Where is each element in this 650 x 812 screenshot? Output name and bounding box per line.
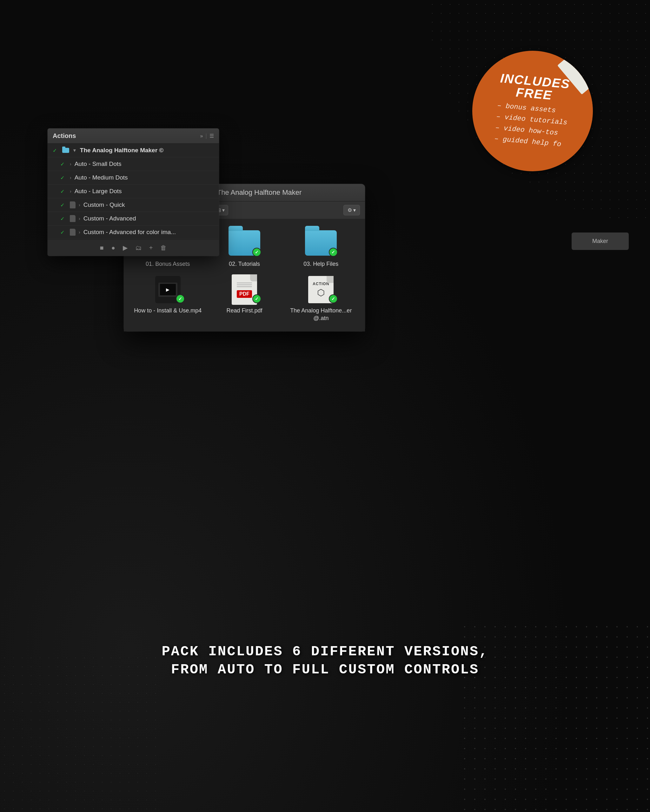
pdf-lines: [237, 282, 252, 287]
file-item-action[interactable]: ACTION ⬡ ✓ The Analog Halftone...er @.at…: [287, 275, 355, 322]
check-badge-1: ✓: [252, 248, 261, 256]
actions-controls: » | ☰: [200, 133, 214, 139]
check-badge-action: ✓: [329, 295, 338, 303]
chevron-down-icon: ▼: [72, 148, 77, 153]
chevron-right-icon-1: ›: [70, 175, 72, 180]
actions-footer: ■ ● ▶ 🗂 + 🗑: [47, 239, 219, 256]
gear-button[interactable]: ⚙ ▾: [343, 205, 360, 215]
action-check-5: ✓: [60, 229, 67, 235]
stop-button[interactable]: ■: [100, 244, 104, 252]
action-doc-mini-icon-3: [70, 201, 75, 208]
actions-header: Actions » | ☰: [47, 128, 219, 144]
pdf-line-1: [237, 284, 252, 285]
action-item-3[interactable]: ✓ › Custom - Quick: [47, 198, 219, 212]
video-icon-wrap: ▶ ✓: [150, 275, 185, 304]
sticker-list: bonus assets video tutorials video how-t…: [494, 100, 569, 151]
video-inner: ▶: [158, 282, 177, 297]
pdf-icon-wrap: PDF ✓: [227, 275, 262, 304]
file-label-video: How to - Install & Use.mp4: [134, 307, 202, 314]
action-item-4[interactable]: ✓ › Custom - Advanced: [47, 212, 219, 226]
action-check-2: ✓: [60, 188, 67, 194]
pdf-line-0: [237, 282, 252, 283]
action-doc-mini-icon-4: [70, 215, 75, 222]
chevron-right-icon-0: ›: [70, 162, 72, 166]
folder-icon-wrap-1: ✓: [227, 229, 262, 257]
action-name-1: Auto - Medium Dots: [75, 174, 214, 181]
actions-folder-row[interactable]: ✓ ▼ The Analog Halftone Maker ©: [47, 144, 219, 157]
action-check-0: ✓: [60, 161, 67, 167]
action-check-4: ✓: [60, 216, 67, 222]
chevron-right-icon-5: ›: [79, 230, 80, 235]
finder-bg-strip: Maker: [572, 232, 629, 250]
action-check-folder: ✓: [53, 148, 59, 154]
action-name-5: Custom - Advanced for color ima...: [84, 229, 214, 236]
separator: |: [205, 133, 207, 139]
file-item-video[interactable]: ▶ ✓ How to - Install & Use.mp4: [133, 275, 202, 322]
file-label-2: 03. Help Files: [303, 260, 338, 268]
chevron-right-icon-2: ›: [70, 189, 72, 194]
action-folder-mini-icon: [62, 148, 69, 153]
action-item-0[interactable]: ✓ › Auto - Small Dots: [47, 157, 219, 171]
action-name-4: Custom - Advanced: [84, 215, 214, 222]
check-badge-pdf: ✓: [252, 295, 261, 303]
action-icon-wrap: ACTION ⬡ ✓: [303, 275, 338, 304]
action-name-2: Auto - Large Dots: [75, 188, 214, 195]
check-badge-2: ✓: [329, 248, 338, 256]
pdf-line-2: [237, 286, 252, 287]
folder-icon-wrap-2: ✓: [303, 229, 338, 257]
play-icon: ▶: [166, 287, 170, 292]
actions-menu-button[interactable]: ☰: [210, 133, 214, 139]
halftone-pattern-bl: [0, 653, 159, 812]
action-item-5[interactable]: ✓ › Custom - Advanced for color ima...: [47, 226, 219, 239]
chevron-right-icon-3: ›: [79, 202, 80, 208]
bottom-text-line1: PACK INCLUDES 6 DIFFERENT VERSIONS,: [162, 643, 488, 661]
folder-button[interactable]: 🗂: [135, 244, 142, 252]
bottom-text-line2: FROM AUTO TO FULL CUSTOM CONTROLS: [162, 661, 488, 679]
video-screen: ▶: [160, 284, 176, 295]
action-doc-mini-icon-5: [70, 229, 75, 236]
action-name-3: Custom - Quick: [84, 201, 214, 208]
record-button[interactable]: ●: [112, 244, 115, 252]
add-button[interactable]: +: [149, 244, 153, 252]
file-label-pdf: Read First.pdf: [226, 307, 262, 314]
actions-panel-title: Actions: [53, 132, 200, 140]
file-label-action: The Analog Halftone...er @.atn: [287, 307, 355, 322]
action-item-2[interactable]: ✓ › Auto - Large Dots: [47, 185, 219, 198]
action-check-3: ✓: [60, 202, 67, 208]
check-badge-video: ✓: [176, 295, 185, 303]
chevron-right-icon-4: ›: [79, 216, 80, 221]
action-folder-name: The Analog Halftone Maker ©: [80, 147, 214, 154]
action-item-1[interactable]: ✓ › Auto - Medium Dots: [47, 171, 219, 185]
action-check-1: ✓: [60, 175, 67, 181]
finder-bg-strip-text: Maker: [592, 238, 608, 244]
action-glyph: ⬡: [317, 287, 325, 298]
delete-button[interactable]: 🗑: [160, 244, 167, 252]
action-label: ACTION: [313, 282, 329, 286]
actions-body: ✓ ▼ The Analog Halftone Maker © ✓ › Auto…: [47, 144, 219, 239]
actions-forward-button[interactable]: »: [200, 133, 203, 139]
file-label-1: 02. Tutorials: [229, 260, 260, 268]
file-label-0: 01. Bonus Assets: [146, 260, 190, 268]
pdf-tag: PDF: [237, 290, 252, 298]
action-name-0: Auto - Small Dots: [75, 160, 214, 168]
file-item-help[interactable]: ✓ 03. Help Files: [287, 229, 355, 268]
bottom-text: PACK INCLUDES 6 DIFFERENT VERSIONS, FROM…: [162, 643, 488, 679]
file-item-pdf[interactable]: PDF ✓ Read First.pdf: [210, 275, 279, 322]
sticker-title: INCLUDES FREE: [483, 70, 587, 104]
actions-panel: Actions » | ☰ ✓ ▼ The Analog Halftone Ma…: [47, 128, 219, 256]
file-item-tutorials[interactable]: ✓ 02. Tutorials: [210, 229, 279, 268]
play-button[interactable]: ▶: [123, 244, 128, 252]
